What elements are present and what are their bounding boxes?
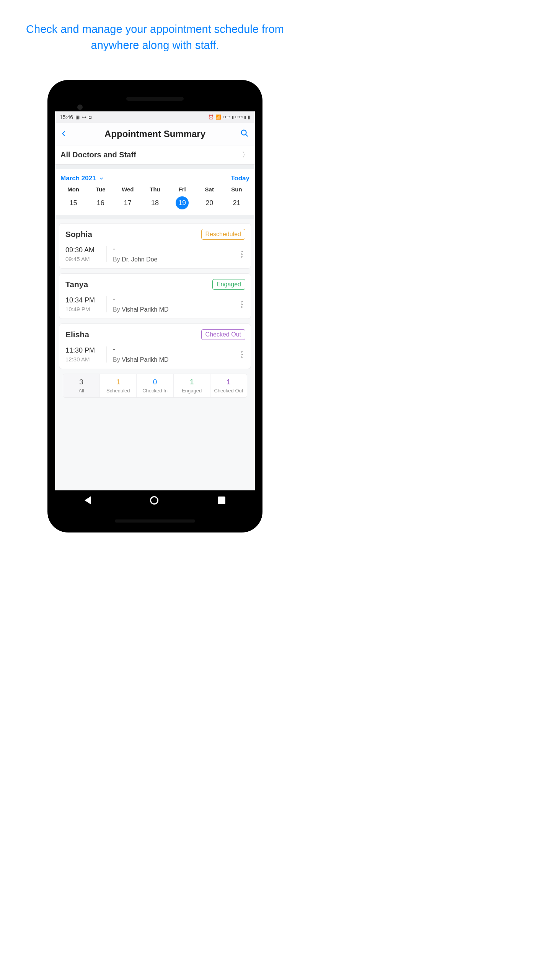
weekday-label: Thu xyxy=(141,186,168,193)
start-time: 10:34 PM xyxy=(65,296,101,304)
more-button[interactable] xyxy=(236,301,245,308)
tab-count: 0 xyxy=(137,378,172,386)
date-cell[interactable]: 16 xyxy=(87,193,114,211)
section-gap xyxy=(55,215,255,219)
weekday-row: Mon Tue Wed Thu Fri Sat Sun xyxy=(60,186,250,193)
date-cell[interactable]: 21 xyxy=(223,193,250,211)
appointment-by: By Vishal Parikh MD xyxy=(113,306,236,313)
end-time: 09:45 AM xyxy=(65,256,101,262)
appointment-times: 11:30 PM 12:30 AM xyxy=(65,346,107,363)
tab-count: 1 xyxy=(101,378,135,386)
tab-count: 1 xyxy=(174,378,209,386)
tab-count: 3 xyxy=(64,378,99,386)
gallery-icon: ▣ xyxy=(75,114,80,120)
weekday-label: Sat xyxy=(196,186,223,193)
phone-frame: 15:46 ▣ ⊶ ◘ ⏰ 📶 LTE1 ▮ LTE2 ▮ ▮ Appointm… xyxy=(47,80,262,532)
search-button[interactable] xyxy=(240,129,249,139)
sim1-icon: LTE1 ▮ xyxy=(223,115,233,119)
date-cell-selected[interactable]: 19 xyxy=(169,193,196,211)
appointment-card[interactable]: Tanya Engaged 10:34 PM 10:49 PM - By Vis… xyxy=(59,273,251,319)
svg-line-1 xyxy=(246,134,248,136)
footer-tabs: 3 All 1 Scheduled 0 Checked In 1 Engaged xyxy=(63,374,247,398)
phone-camera xyxy=(77,105,83,110)
appointments-list: Sophia Rescheduled 09:30 AM 09:45 AM - B… xyxy=(55,219,255,510)
weekday-label: Tue xyxy=(87,186,114,193)
status-badge: Checked Out xyxy=(201,329,245,340)
weekday-label: Wed xyxy=(114,186,141,193)
month-label: March 2021 xyxy=(60,175,96,182)
filter-row[interactable]: All Doctors and Staff 〉 xyxy=(55,145,255,165)
tab-checkedout[interactable]: 1 Checked Out xyxy=(210,374,247,397)
section-gap xyxy=(55,165,255,169)
page-title: Appointment Summary xyxy=(70,129,240,139)
nav-back-icon[interactable] xyxy=(85,496,91,505)
appointment-details: - By Dr. John Doe xyxy=(107,245,236,263)
search-icon xyxy=(240,129,249,137)
weekdate-row: 15 16 17 18 19 20 21 xyxy=(60,193,250,211)
tab-label: Engaged xyxy=(174,388,209,394)
more-button[interactable] xyxy=(236,351,245,358)
filter-label: All Doctors and Staff xyxy=(60,150,242,159)
chevron-right-icon: 〉 xyxy=(242,150,249,160)
tab-engaged[interactable]: 1 Engaged xyxy=(173,374,210,397)
phone-bottom-speaker xyxy=(115,519,195,523)
patient-name: Elisha xyxy=(65,330,89,339)
more-button[interactable] xyxy=(236,251,245,258)
appointment-card[interactable]: Elisha Checked Out 11:30 PM 12:30 AM - B… xyxy=(59,323,251,369)
android-nav-bar xyxy=(55,490,255,510)
patient-name: Sophia xyxy=(65,230,92,239)
month-picker[interactable]: March 2021 xyxy=(60,175,104,182)
appointment-times: 10:34 PM 10:49 PM xyxy=(65,296,107,312)
chevron-left-icon xyxy=(60,130,67,137)
tab-label: Scheduled xyxy=(101,388,135,394)
end-time: 10:49 PM xyxy=(65,306,101,312)
nav-home-icon[interactable] xyxy=(150,496,158,505)
start-time: 09:30 AM xyxy=(65,246,101,254)
tab-label: Checked Out xyxy=(211,388,246,394)
tab-all[interactable]: 3 All xyxy=(63,374,99,397)
chevron-down-icon xyxy=(99,176,104,181)
app-icon: ◘ xyxy=(89,114,91,120)
tab-scheduled[interactable]: 1 Scheduled xyxy=(99,374,136,397)
appointment-details: - By Vishal Parikh MD xyxy=(107,345,236,363)
status-badge: Engaged xyxy=(212,279,245,290)
start-time: 11:30 PM xyxy=(65,346,101,354)
sim2-icon: LTE2 ▮ xyxy=(235,115,246,119)
status-badge: Rescheduled xyxy=(201,229,245,240)
tab-count: 1 xyxy=(211,378,246,386)
wifi-icon: 📶 xyxy=(215,114,221,120)
appointment-by: By Dr. John Doe xyxy=(113,256,236,263)
status-bar: 15:46 ▣ ⊶ ◘ ⏰ 📶 LTE1 ▮ LTE2 ▮ ▮ xyxy=(55,111,255,123)
key-icon: ⊶ xyxy=(82,114,86,120)
appointment-desc: - xyxy=(113,295,236,303)
tab-label: All xyxy=(64,388,99,394)
weekday-label: Mon xyxy=(60,186,87,193)
date-cell[interactable]: 18 xyxy=(141,193,168,211)
screen: 15:46 ▣ ⊶ ◘ ⏰ 📶 LTE1 ▮ LTE2 ▮ ▮ Appointm… xyxy=(55,111,255,510)
alarm-icon: ⏰ xyxy=(208,114,214,120)
weekday-label: Sun xyxy=(223,186,250,193)
tab-checkedin[interactable]: 0 Checked In xyxy=(136,374,173,397)
weekday-label: Fri xyxy=(169,186,196,193)
back-button[interactable] xyxy=(60,128,70,140)
date-cell[interactable]: 15 xyxy=(60,193,87,211)
promo-headline: Check and manage your appointment schedu… xyxy=(0,0,310,53)
end-time: 12:30 AM xyxy=(65,356,101,363)
phone-speaker xyxy=(126,97,184,101)
patient-name: Tanya xyxy=(65,280,88,289)
today-button[interactable]: Today xyxy=(231,175,249,182)
app-header: Appointment Summary xyxy=(55,123,255,145)
svg-point-0 xyxy=(241,130,246,135)
date-cell[interactable]: 20 xyxy=(196,193,223,211)
appointment-card[interactable]: Sophia Rescheduled 09:30 AM 09:45 AM - B… xyxy=(59,223,251,269)
appointment-desc: - xyxy=(113,245,236,253)
date-cell[interactable]: 17 xyxy=(114,193,141,211)
appointment-by: By Vishal Parikh MD xyxy=(113,356,236,363)
calendar-section: March 2021 Today Mon Tue Wed Thu Fri Sat… xyxy=(55,169,255,215)
nav-recent-icon[interactable] xyxy=(218,497,225,504)
appointment-desc: - xyxy=(113,345,236,353)
appointment-details: - By Vishal Parikh MD xyxy=(107,295,236,313)
appointment-times: 09:30 AM 09:45 AM xyxy=(65,246,107,262)
status-time: 15:46 xyxy=(60,114,73,120)
battery-icon: ▮ xyxy=(248,114,250,120)
